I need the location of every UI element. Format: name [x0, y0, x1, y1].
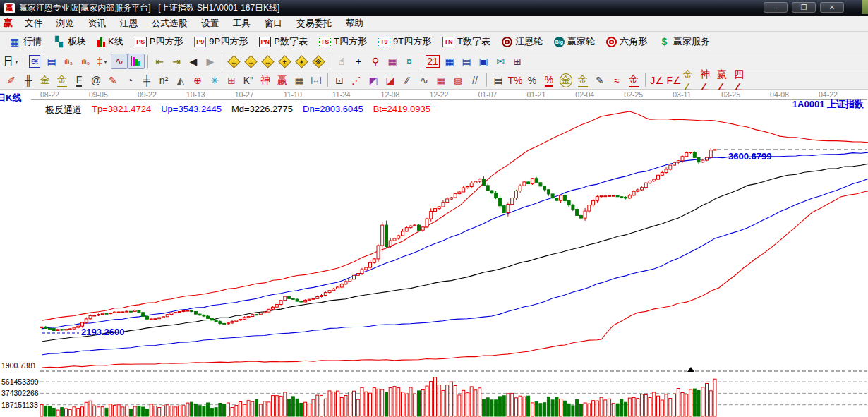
percent-t-icon[interactable]: T% [507, 73, 524, 88]
step-back-icon[interactable]: ◀ [185, 54, 202, 69]
calculator-icon[interactable]: ▦ [441, 54, 458, 69]
percent-icon[interactable]: % [524, 73, 541, 88]
menu-item-3[interactable]: 江恩 [113, 16, 145, 31]
ruler-fib-icon[interactable]: F [71, 73, 88, 88]
workstation-icon[interactable]: ⊞ [509, 54, 526, 69]
wave-fit-icon[interactable]: ≈ [608, 73, 625, 88]
nine-p-square-button[interactable]: P99P四方形 [188, 33, 253, 50]
save-icon[interactable]: ▣ [475, 54, 492, 69]
grid-red-2-icon[interactable]: ▩ [450, 73, 466, 88]
fan-box-red-icon[interactable]: ◪ [382, 73, 399, 88]
ruler-gold-2-icon[interactable]: 金 [54, 73, 71, 88]
hexagon-button[interactable]: 六角形 [601, 33, 653, 50]
slash-lines-icon[interactable]: // [466, 73, 483, 88]
maximize-button[interactable]: ❐ [792, 2, 816, 13]
ruler-ying-icon[interactable]: 赢 [274, 73, 291, 88]
go-last-icon[interactable]: ⇥ [168, 54, 185, 69]
k-quote-icon[interactable]: K" [240, 73, 257, 88]
angle-gold-icon[interactable]: 金∠ [682, 73, 699, 88]
ruler-n2-icon[interactable]: n² [155, 73, 172, 88]
mirror-tool-icon[interactable]: ◭ [172, 73, 189, 88]
angle-si-icon[interactable]: 四∠ [733, 73, 750, 88]
color-histogram-icon[interactable] [128, 54, 145, 69]
sectors-button[interactable]: ▚板块 [47, 33, 92, 50]
ruler-plain-icon[interactable]: ╫ [20, 73, 37, 88]
notes-icon[interactable]: ▤ [458, 54, 475, 69]
mail-globe-icon[interactable]: ✉ [492, 54, 509, 69]
angle-shen-icon[interactable]: 神∠ [699, 73, 716, 88]
small-bars-icon[interactable]: ılı₃ [60, 54, 77, 69]
info-panel-icon[interactable]: ▤ [43, 54, 60, 69]
winner-wheel-button[interactable]: Big赢家轮 [548, 33, 601, 50]
gold-channel-icon[interactable]: 金 [625, 73, 642, 88]
p-square-button[interactable]: PSP四方形 [129, 33, 189, 50]
chart-area[interactable]: 08-2209-0509-2210-1310-2711-1011-2412-08… [0, 90, 868, 417]
menu-item-5[interactable]: 设置 [194, 16, 226, 31]
diamond-right-icon[interactable]: → [242, 54, 259, 69]
menu-item-1[interactable]: 浏览 [49, 16, 81, 31]
gold-circle-icon[interactable]: 金 [557, 73, 574, 88]
pan-hand-icon[interactable]: ☝ [333, 54, 350, 69]
fan-lines-icon[interactable]: ⋰ [348, 73, 365, 88]
go-first-icon[interactable]: ⇤ [151, 54, 168, 69]
menu-item-8[interactable]: 交易委托 [289, 16, 339, 31]
circle-cross-icon[interactable]: ⊕ [189, 73, 206, 88]
menu-item-6[interactable]: 工具 [226, 16, 258, 31]
angle-ying-icon[interactable]: 赢∠ [716, 73, 733, 88]
grid-red-1-icon[interactable]: ▦ [433, 73, 450, 88]
nine-t-square-button[interactable]: T99T四方形 [373, 33, 437, 50]
diamond-left-icon[interactable]: ← [225, 54, 242, 69]
menu-item-4[interactable]: 公式选股 [145, 16, 194, 31]
menu-item-9[interactable]: 帮助 [339, 16, 370, 31]
ruler-ticks-icon[interactable]: ╪ [138, 73, 155, 88]
compress-view-icon[interactable]: ≋ [26, 54, 43, 69]
measure-point-icon[interactable]: ⚲ [367, 54, 384, 69]
period-daily-dropdown-icon[interactable]: 日▼ [3, 54, 20, 69]
diamond-expand-icon[interactable]: ↔ [259, 54, 276, 69]
diamond-cross-icon[interactable]: + [276, 54, 293, 69]
pencil-ruler-icon[interactable]: ✎ [104, 73, 121, 88]
calendar-21-icon[interactable]: 21 [424, 54, 441, 69]
p-number-table-button[interactable]: PNP数字表 [253, 33, 313, 50]
gann-wheel-button[interactable]: 江恩轮 [496, 33, 548, 50]
ruler-gold-1-icon[interactable]: 金 [37, 73, 54, 88]
percent-line-icon[interactable]: % [541, 73, 557, 88]
grid-123-icon[interactable]: ▦ [291, 73, 308, 88]
menu-item-2[interactable]: 资讯 [81, 16, 113, 31]
fan-three-lines-icon[interactable]: ∕∕ [399, 73, 416, 88]
close-button[interactable]: ✕ [820, 2, 844, 13]
fan-box-purple-icon[interactable]: ◩ [365, 73, 382, 88]
gann-wave-tool-icon[interactable]: ∿ [111, 54, 128, 69]
ruler-shen-icon[interactable]: 神 [257, 73, 274, 88]
step-forward-icon[interactable]: ▶ [202, 54, 219, 69]
star-burst-icon[interactable]: ✳ [206, 73, 223, 88]
diamond-all-icon[interactable]: ※ [310, 54, 327, 69]
quotes-button[interactable]: ▦行情 [3, 33, 47, 50]
menu-item-7[interactable]: 窗口 [258, 16, 289, 31]
angle-f-icon[interactable]: F∠ [665, 73, 682, 88]
t-number-table-button[interactable]: TNT数字表 [437, 33, 496, 50]
menu-item-0[interactable]: 文件 [18, 16, 49, 31]
box-plus-icon[interactable]: ⊡ [331, 73, 348, 88]
large-bars-icon[interactable]: ılı₉ [77, 54, 94, 69]
gold-lines-icon[interactable]: 金 [574, 73, 591, 88]
winner-service-button[interactable]: $赢家服务 [653, 33, 716, 50]
wave-v-lines-icon[interactable]: ∿ [416, 73, 433, 88]
minimize-button[interactable]: – [764, 2, 788, 13]
diamond-star-icon[interactable]: ✶ [293, 54, 310, 69]
window-titlebar[interactable]: 赢 赢家江恩专业版[赢家内部服务平台] - [上证指数 SH1A0001-167… [0, 0, 868, 16]
grid-target-icon[interactable]: ⊞ [223, 73, 240, 88]
spiral-tool-icon[interactable]: @ [88, 73, 104, 88]
pencil-measure-icon[interactable]: ✎ [591, 73, 608, 88]
kline-button[interactable]: K线 [92, 33, 129, 50]
wave-gear-tool-icon[interactable]: ¤ [401, 54, 418, 69]
crosshair-icon[interactable]: + [350, 54, 367, 69]
protractor-45-icon[interactable]: ◔ [121, 73, 138, 88]
draw-knife-icon[interactable]: ✐ [3, 73, 20, 88]
t-square-button[interactable]: TST四方形 [313, 33, 373, 50]
width-measure-icon[interactable]: |↔| [308, 73, 325, 88]
percent-table-icon[interactable]: ▤ [490, 73, 507, 88]
angle-j-icon[interactable]: J∠ [649, 73, 665, 88]
kline-canvas[interactable]: 08-2209-0509-2210-1310-2711-1011-2412-08… [0, 90, 868, 417]
gann-shape-tool-icon[interactable]: ▦ [384, 54, 401, 69]
